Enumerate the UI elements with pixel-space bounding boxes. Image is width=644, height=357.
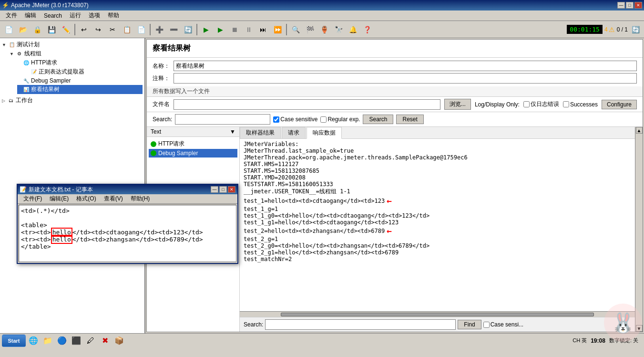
bottom-case-sensitive-checkbox[interactable] xyxy=(483,322,490,328)
tb-save[interactable]: 💾 xyxy=(45,23,58,36)
notepad-maximize-button[interactable]: □ xyxy=(219,186,227,193)
taskbar-app1[interactable]: 🖊 xyxy=(84,335,97,347)
app-icon: ⚡ xyxy=(2,2,9,9)
menu-run[interactable]: 运行 xyxy=(66,10,85,21)
successes-checkbox[interactable] xyxy=(563,101,569,107)
start-menu-button[interactable]: Start xyxy=(2,335,26,347)
tb-help[interactable]: ❓ xyxy=(360,23,374,36)
tb-binoculars[interactable]: 🔭 xyxy=(332,23,345,36)
configure-button[interactable]: Configure xyxy=(602,100,637,109)
menu-edit[interactable]: 编辑 xyxy=(21,10,40,21)
browse-button[interactable]: 浏览... xyxy=(444,99,471,110)
notepad-line-5: </table> xyxy=(21,243,234,250)
tabs-bar: 取样器结果 请求 响应数据 xyxy=(240,127,635,139)
thread-group-icon: ⚙ xyxy=(16,50,23,58)
taskbar-cmd[interactable]: ⬛ xyxy=(70,335,83,347)
successes-label[interactable]: Successes xyxy=(563,101,598,108)
tb-remote-start[interactable]: ⏭ xyxy=(256,23,270,36)
v-scrollbar[interactable]: ▲ ▼ xyxy=(635,127,643,332)
search-button[interactable]: Search xyxy=(363,115,393,124)
sample-http[interactable]: HTTP请求 xyxy=(149,139,237,149)
tree-item-regex[interactable]: ▷ 📝 正则表达式提取器 xyxy=(25,67,143,76)
tb-edit[interactable]: ✏️ xyxy=(59,23,72,36)
text-dropdown[interactable]: Text ▼ xyxy=(147,127,239,137)
tb-remove[interactable]: ➖ xyxy=(167,23,180,36)
only-errors-checkbox[interactable] xyxy=(523,101,530,107)
tree-item-http[interactable]: ▷ 🌐 HTTP请求 xyxy=(17,58,143,67)
tb-shutdown[interactable]: ⏸ xyxy=(242,23,256,36)
tb-play-no-pause[interactable]: ▶ xyxy=(214,23,227,36)
tree-item-test-plan[interactable]: ▼ 📋 测试计划 xyxy=(2,40,143,49)
notepad-menu-edit[interactable]: 编辑(E) xyxy=(46,194,72,204)
notepad-menu-file[interactable]: 文件(F) xyxy=(20,194,46,204)
comment-input[interactable] xyxy=(174,73,637,84)
taskbar-app3[interactable]: 📦 xyxy=(112,335,126,347)
tb-flag[interactable]: 🏁 xyxy=(303,23,317,36)
reset-button[interactable]: Reset xyxy=(396,115,423,124)
bottom-search-input[interactable] xyxy=(265,319,456,330)
search-input[interactable] xyxy=(175,114,270,125)
notepad-menu-format[interactable]: 格式(O) xyxy=(72,194,100,204)
tree-label: 正则表达式提取器 xyxy=(39,68,84,76)
tab-request[interactable]: 请求 xyxy=(282,127,306,138)
regular-exp-checkbox[interactable] xyxy=(320,116,327,123)
tree-item-workbench[interactable]: ▷ 🗂 工作台 xyxy=(2,96,143,105)
tb-remote-stop[interactable]: ⏩ xyxy=(271,23,284,36)
tb-counter-refresh[interactable]: 🔄 xyxy=(629,23,642,36)
only-errors-label[interactable]: 仅日志错误 xyxy=(523,100,559,108)
warning-count: 4 xyxy=(604,26,608,33)
tab-sampler-result[interactable]: 取样器结果 xyxy=(240,127,281,138)
h-scroll-thumb[interactable] xyxy=(281,313,594,316)
menu-options[interactable]: 选项 xyxy=(85,10,104,21)
sample-debug[interactable]: Debug Sampler xyxy=(149,149,237,158)
tb-bell[interactable]: 🔔 xyxy=(346,23,359,36)
tab-response-data[interactable]: 响应数据 xyxy=(307,127,342,139)
tb-redo[interactable]: ↪ xyxy=(92,23,105,36)
find-button[interactable]: Find xyxy=(458,320,481,329)
menu-help[interactable]: 帮助 xyxy=(104,10,123,21)
tb-lock[interactable]: 🔒 xyxy=(31,23,44,36)
notepad-menu-view[interactable]: 查看(V) xyxy=(100,194,127,204)
toolbar: 📄 📂 🔒 💾 ✏️ ↩ ↪ ✂ 📋 📄 ➕ ➖ 🔄 ▶ ▶ ⏹ ⏸ ⏭ ⏩ 🔍… xyxy=(0,21,644,38)
tb-undo[interactable]: ↩ xyxy=(77,23,91,36)
menu-search[interactable]: Search xyxy=(40,11,66,20)
maximize-button[interactable]: □ xyxy=(626,2,634,9)
tb-open[interactable]: 📂 xyxy=(16,23,30,36)
tb-copy[interactable]: 📋 xyxy=(120,23,133,36)
regular-exp-label[interactable]: Regular exp. xyxy=(320,116,360,123)
taskbar-app2[interactable]: ✖ xyxy=(98,335,112,347)
close-button[interactable]: ✕ xyxy=(634,2,642,9)
tree-item-thread-group[interactable]: ▼ ⚙ 线程组 xyxy=(10,49,143,58)
content-line-7: __jmeter.USER_TOKEN__=线程组 1-1 xyxy=(244,188,631,196)
file-input[interactable] xyxy=(174,99,440,110)
h-scrollbar[interactable] xyxy=(240,311,635,317)
notepad-menu-help[interactable]: 帮助(H) xyxy=(127,194,154,204)
notepad-menubar: 文件(F) 编辑(E) 格式(O) 查看(V) 帮助(H) xyxy=(18,194,237,204)
tb-chart[interactable]: 🏺 xyxy=(317,23,331,36)
minimize-button[interactable]: — xyxy=(617,2,625,9)
tb-play[interactable]: ▶ xyxy=(199,23,213,36)
content-line-16: test_matchNr=2 xyxy=(244,256,631,262)
name-input[interactable] xyxy=(174,61,637,71)
taskbar-ie[interactable]: 🌐 xyxy=(27,335,40,347)
tb-paste[interactable]: 📄 xyxy=(134,23,148,36)
tb-add[interactable]: ➕ xyxy=(153,23,166,36)
bottom-case-sensitive-label[interactable]: Case sensi... xyxy=(483,321,523,328)
tb-stop[interactable]: ⏹ xyxy=(228,23,241,36)
taskbar-chrome[interactable]: 🔵 xyxy=(55,335,69,347)
tb-search[interactable]: 🔍 xyxy=(289,23,302,36)
tree-item-result-tree[interactable]: ▷ 📊 察看结果树 xyxy=(17,85,143,94)
scroll-up-button[interactable]: ▲ xyxy=(636,127,643,134)
tb-cut[interactable]: ✂ xyxy=(106,23,119,36)
notepad-minimize-button[interactable]: — xyxy=(211,186,218,193)
tree-item-debug[interactable]: ▷ 🔧 Debug Sampler xyxy=(17,76,143,85)
notepad-close-button[interactable]: ✕ xyxy=(228,186,235,193)
tb-clear[interactable]: 🔄 xyxy=(181,23,194,36)
tb-new[interactable]: 📄 xyxy=(2,23,15,36)
menu-file[interactable]: 文件 xyxy=(2,10,21,21)
case-sensitive-label[interactable]: Case sensitive xyxy=(273,116,317,123)
case-sensitive-checkbox[interactable] xyxy=(273,116,279,123)
taskbar-explorer[interactable]: 📁 xyxy=(41,335,54,347)
notepad-content[interactable]: <td>(.*)</td> <table> <tr><td>hello</td>… xyxy=(19,205,236,262)
notepad-title-left: 📝 新建文本文档.txt - 记事本 xyxy=(20,186,93,194)
